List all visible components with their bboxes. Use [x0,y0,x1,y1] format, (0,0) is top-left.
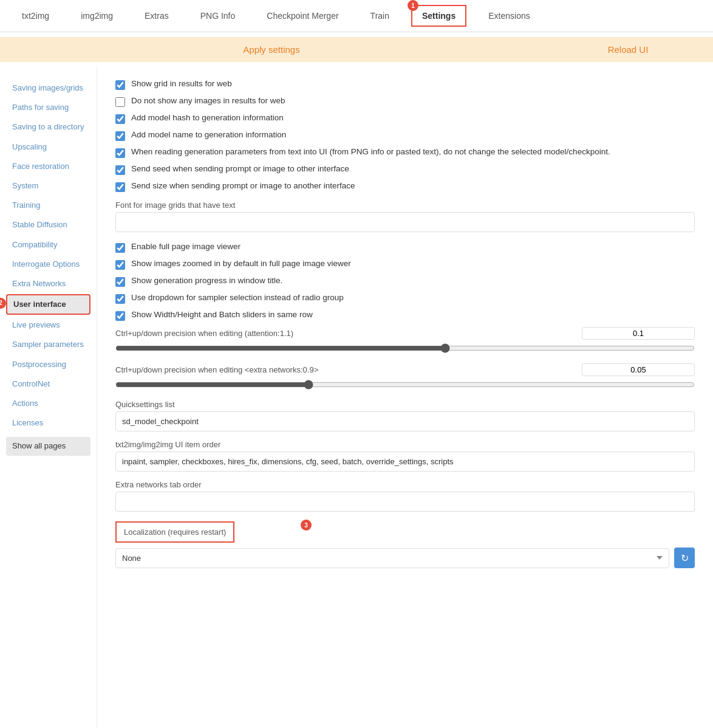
tab-img2img[interactable]: img2img [71,6,123,26]
tab-train[interactable]: Train [361,6,399,26]
slider1-container: Ctrl+up/down precision when editing (att… [115,327,695,355]
checkbox-send-seed[interactable] [115,165,125,175]
font-label: Font for image grids that have text [115,201,695,210]
sidebar-item-paths-saving[interactable]: Paths for saving [6,98,90,117]
user-interface-badge: 2 [0,298,6,309]
sidebar-item-user-interface[interactable]: 2 User interface [6,294,90,315]
refresh-icon: ↻ [681,552,689,564]
checkbox-send-size[interactable] [115,182,125,192]
setting-no-change-checkpoint: When reading generation parameters from … [115,147,695,158]
quicksettings-input[interactable] [115,411,695,431]
sidebar-item-saving-directory[interactable]: Saving to a directory [6,118,90,136]
setting-model-name: Add model name to generation information [115,130,695,141]
sidebar-item-stable-diffusion[interactable]: Stable Diffusion [6,216,90,234]
setting-zoomed-default: Show images zoomed in by default in full… [115,259,695,270]
slider2-value[interactable] [582,363,695,376]
settings-content: Show grid in results for web Do not show… [97,67,713,728]
tab-settings[interactable]: 1 Settings [411,5,466,27]
sidebar-item-upscaling[interactable]: Upscaling [6,138,90,156]
sidebar-item-sampler-parameters[interactable]: Sampler parameters [6,335,90,354]
checkbox-no-change-checkpoint[interactable] [115,148,125,158]
extra-networks-input[interactable] [115,492,695,512]
tab-png-info[interactable]: PNG Info [191,6,245,26]
sidebar-item-licenses[interactable]: Licenses [6,414,90,432]
localization-select[interactable]: None [115,548,669,568]
tab-checkpoint-merger[interactable]: Checkpoint Merger [257,6,348,26]
top-navigation: txt2img img2img Extras PNG Info Checkpoi… [0,0,713,32]
checkbox-full-page-viewer[interactable] [115,243,125,253]
checkbox-model-hash[interactable] [115,114,125,124]
action-bar: Apply settings Reload UI [0,32,713,67]
tab-extensions[interactable]: Extensions [479,6,539,26]
sidebar-item-saving-images[interactable]: Saving images/grids [6,79,90,97]
checkbox-show-grid[interactable] [115,80,125,90]
setting-progress-window: Show generation progress in window title… [115,276,695,287]
slider1-label: Ctrl+up/down precision when editing (att… [115,329,293,338]
setting-full-page-viewer: Enable full page image viewer [115,242,695,253]
settings-badge: 1 [408,0,418,11]
sidebar: Saving images/grids Paths for saving Sav… [0,67,97,728]
sidebar-item-controlnet[interactable]: ControlNet [6,375,90,393]
main-layout: Saving images/grids Paths for saving Sav… [0,67,713,728]
tab-txt2img[interactable]: txt2img [12,6,59,26]
localization-row: None ↻ [115,548,695,568]
setting-width-height-row: Show Width/Height and Batch sliders in s… [115,310,695,321]
checkbox-width-height-row[interactable] [115,311,125,321]
setting-no-images-web: Do not show any images in results for we… [115,96,695,107]
slider2-input[interactable] [115,380,695,390]
slider2-container: Ctrl+up/down precision when editing <ext… [115,363,695,391]
extra-networks-label: Extra networks tab order [115,480,695,489]
setting-model-hash: Add model hash to generation information [115,113,695,124]
sidebar-item-interrogate-options[interactable]: Interrogate Options [6,255,90,273]
sidebar-item-postprocessing[interactable]: Postprocessing [6,355,90,374]
slider1-value[interactable] [582,327,695,340]
ui-order-input[interactable] [115,452,695,472]
apply-settings-button[interactable]: Apply settings [0,37,543,62]
slider1-input[interactable] [115,343,695,353]
setting-send-seed: Send seed when sending prompt or image t… [115,164,695,175]
checkbox-dropdown-sampler[interactable] [115,294,125,304]
localization-refresh-button[interactable]: ↻ [674,548,695,568]
checkbox-zoomed-default[interactable] [115,260,125,270]
setting-send-size: Send size when sending prompt or image t… [115,181,695,192]
quicksettings-label: Quicksettings list [115,400,695,409]
font-input[interactable] [115,212,695,232]
reload-ui-button[interactable]: Reload UI [543,37,713,62]
sidebar-item-face-restoration[interactable]: Face restoration [6,157,90,176]
sidebar-item-compatibility[interactable]: Compatibility [6,236,90,254]
sidebar-item-extra-networks[interactable]: Extra Networks [6,275,90,293]
checkbox-progress-window[interactable] [115,277,125,287]
sidebar-item-system[interactable]: System [6,177,90,195]
sidebar-item-actions[interactable]: Actions [6,394,90,413]
localization-label: Localization (requires restart) [115,521,234,543]
setting-dropdown-sampler: Use dropdown for sampler selection inste… [115,293,695,304]
tab-extras[interactable]: Extras [135,6,179,26]
localization-badge: 3 [301,520,312,531]
sidebar-item-training[interactable]: Training [6,196,90,215]
checkbox-model-name[interactable] [115,131,125,141]
slider2-label: Ctrl+up/down precision when editing <ext… [115,365,318,374]
sidebar-item-show-all[interactable]: Show all pages [6,437,90,455]
ui-order-label: txt2img/img2img UI item order [115,440,695,449]
setting-show-grid: Show grid in results for web [115,79,695,90]
checkbox-no-images-web[interactable] [115,97,125,107]
sidebar-item-live-previews[interactable]: Live previews [6,316,90,334]
